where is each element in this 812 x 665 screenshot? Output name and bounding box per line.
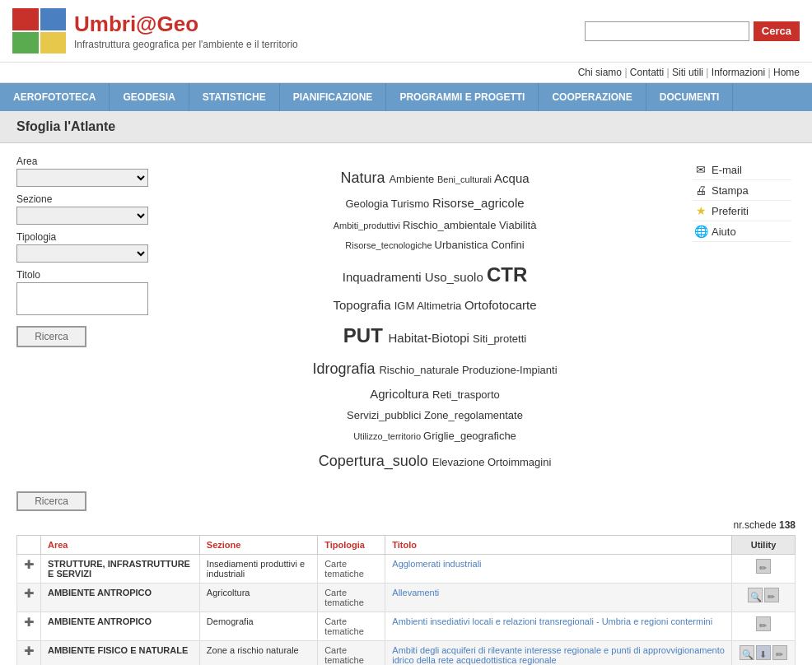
tag-habitat[interactable]: Habitat-Biotopi xyxy=(389,331,474,345)
tag-viabilita[interactable]: Viabilità xyxy=(499,219,536,231)
row-titolo-link[interactable]: Ambiti degli acquiferi di rilevante inte… xyxy=(392,645,725,665)
tag-utilizzo[interactable]: Utilizzo_territorio xyxy=(353,431,423,441)
tag-reti[interactable]: Reti_trasporto xyxy=(432,388,500,401)
magnify-button[interactable]: 🔍 xyxy=(740,645,754,660)
row-sezione: Insediamenti produttivi e industriali xyxy=(199,555,317,584)
nav-geodesia[interactable]: GEODESIA xyxy=(110,83,189,111)
row-titolo-link[interactable]: Allevamenti xyxy=(392,588,439,598)
nav-home[interactable]: Home xyxy=(773,67,800,78)
sezione-select[interactable] xyxy=(16,207,148,225)
th-tipologia: Tipologia xyxy=(318,536,385,555)
edit-button[interactable]: ✏ xyxy=(756,616,771,631)
util-email[interactable]: ✉ E-mail xyxy=(693,160,791,180)
nav-chi-siamo[interactable]: Chi siamo xyxy=(578,67,622,78)
tag-rischio-amb[interactable]: Rischio_ambientale xyxy=(403,219,499,231)
tag-elevazione[interactable]: Elevazione xyxy=(432,456,488,468)
ricerca-row-2: Ricerca xyxy=(16,491,796,511)
titolo-input[interactable] xyxy=(16,282,148,315)
ricerca-button-1[interactable]: Ricerca xyxy=(16,326,86,347)
ricerca-button-2[interactable]: Ricerca xyxy=(16,491,86,511)
nr-schede: nr.schede 138 xyxy=(16,519,796,531)
tag-inquadr[interactable]: Inquadramenti xyxy=(343,270,425,284)
util-aiuto[interactable]: 🌐 Aiuto xyxy=(693,221,791,242)
page-title-bar: Sfoglia l'Atlante xyxy=(0,111,812,143)
search-button[interactable]: Cerca xyxy=(754,21,800,41)
util-email-label: E-mail xyxy=(712,164,742,176)
tag-ortofoto[interactable]: Ortofotocarte xyxy=(464,298,537,312)
th-area: Area xyxy=(41,536,200,555)
brand-text: Umbri@Geo Infrastruttura geografica per … xyxy=(74,12,298,50)
header-search-area: Cerca xyxy=(585,21,800,41)
sezione-label: Sezione xyxy=(16,193,181,205)
row-titolo: Allevamenti xyxy=(385,584,732,612)
tag-risorse-agr[interactable]: Risorse_agricole xyxy=(432,196,525,210)
row-area: AMBIENTE FISICO E NATURALE xyxy=(41,641,200,666)
row-area: STRUTTURE, INFRASTRUTTURE E SERVIZI xyxy=(41,555,200,584)
logo-cell-green xyxy=(12,32,39,54)
tag-servizi[interactable]: Servizi_pubblici xyxy=(347,409,424,421)
row-utility: 🔍⬇✏ xyxy=(731,641,795,666)
util-stampa[interactable]: 🖨 Stampa xyxy=(693,180,791,201)
nav-pianificazione[interactable]: PIANIFICAZIONE xyxy=(280,83,387,111)
row-expand-icon[interactable]: ➕ xyxy=(17,584,41,612)
tag-geologia[interactable]: Geologia xyxy=(345,198,390,210)
row-tipologia: Carte tematiche xyxy=(318,641,385,666)
tag-agricoltura[interactable]: Agricoltura xyxy=(370,387,432,401)
search-input[interactable] xyxy=(585,21,749,41)
tag-urbanistica[interactable]: Urbanistica xyxy=(435,239,492,251)
row-utility: ✏ xyxy=(731,555,795,584)
tag-acqua[interactable]: Acqua xyxy=(494,171,530,185)
tag-put[interactable]: PUT xyxy=(343,324,389,346)
tag-copertura[interactable]: Copertura_suolo xyxy=(319,453,432,469)
table-body: ➕STRUTTURE, INFRASTRUTTURE E SERVIZIInse… xyxy=(17,555,796,666)
tag-ambiti[interactable]: Ambiti_produttivi xyxy=(334,221,403,230)
area-select[interactable] xyxy=(16,169,148,187)
tag-ortoimm[interactable]: Ortoimmagini xyxy=(488,456,551,468)
nav-contatti[interactable]: Contatti xyxy=(630,67,664,78)
logo-cell-yellow xyxy=(40,32,67,54)
row-titolo-link[interactable]: Ambienti insediativi locali e relazioni … xyxy=(392,616,712,626)
edit-button[interactable]: ✏ xyxy=(764,588,779,602)
logo-box xyxy=(12,8,66,53)
tipologia-select[interactable] xyxy=(16,244,148,263)
nav-documenti[interactable]: DOCUMENTI xyxy=(646,83,734,111)
row-expand-icon[interactable]: ➕ xyxy=(17,612,41,641)
tag-altimetria[interactable]: Altimetria xyxy=(417,300,464,312)
tag-griglie[interactable]: Griglie_geografiche xyxy=(423,430,516,442)
util-preferiti[interactable]: ★ Preferiti xyxy=(693,201,791,221)
edit-button[interactable]: ✏ xyxy=(756,559,771,574)
tag-confini[interactable]: Confini xyxy=(491,239,524,251)
tag-natura[interactable]: Natura xyxy=(340,170,389,186)
tag-ambiente[interactable]: Ambiente xyxy=(389,173,437,185)
tag-topografia[interactable]: Topografia xyxy=(333,298,394,312)
row-titolo-link[interactable]: Agglomerati industriali xyxy=(392,559,481,569)
tag-risorse-tec[interactable]: Risorse_tecnologiche xyxy=(345,240,434,250)
tag-uso-suolo[interactable]: Uso_suolo xyxy=(425,270,487,284)
tag-siti-prot[interactable]: Siti_protetti xyxy=(473,332,526,345)
nav-cooperazione[interactable]: COOPERAZIONE xyxy=(539,83,646,111)
edit-button[interactable]: ✏ xyxy=(772,645,787,660)
tag-produzione[interactable]: Produzione-Impianti xyxy=(462,364,558,376)
tag-rischio-nat[interactable]: Rischio_naturale xyxy=(379,364,461,376)
nav-programmi[interactable]: PROGRAMMI E PROGETTI xyxy=(386,83,539,111)
tag-beni[interactable]: Beni_culturali xyxy=(437,174,494,184)
tag-igm[interactable]: IGM xyxy=(394,300,417,312)
download-button[interactable]: ⬇ xyxy=(756,645,771,660)
nav-statistiche[interactable]: STATISTICHE xyxy=(189,83,280,111)
help-icon: 🌐 xyxy=(694,225,707,238)
magnify-button[interactable]: 🔍 xyxy=(748,588,763,602)
th-sezione: Sezione xyxy=(199,536,317,555)
nav-siti-utili[interactable]: Siti utili xyxy=(672,67,703,78)
nav-informazioni[interactable]: Informazioni xyxy=(712,67,765,78)
tag-turismo[interactable]: Turismo xyxy=(391,198,432,210)
row-expand-icon[interactable]: ➕ xyxy=(17,641,41,666)
row-sezione: Agricoltura xyxy=(199,584,317,612)
nav-aerofototeca[interactable]: AEROFOTOTECA xyxy=(0,83,110,111)
table-row: ➕AMBIENTE ANTROPICOAgricolturaCarte tema… xyxy=(17,584,796,612)
row-expand-icon[interactable]: ➕ xyxy=(17,555,41,584)
results-area: nr.schede 138 Area Sezione Tipologia Tit… xyxy=(16,519,796,665)
tag-ctr[interactable]: CTR xyxy=(487,263,527,286)
logo-area: Umbri@Geo Infrastruttura geografica per … xyxy=(12,8,298,53)
tag-zone-reg[interactable]: Zone_regolamentate xyxy=(424,409,523,421)
tag-idrografia[interactable]: Idrografia xyxy=(312,360,379,377)
